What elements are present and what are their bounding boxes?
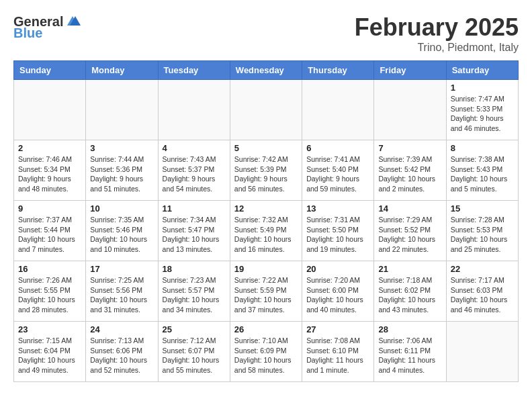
weekday-header-thursday: Thursday (302, 61, 374, 80)
day-info: Sunrise: 7:18 AMSunset: 6:02 PMDaylight:… (378, 275, 441, 315)
day-number: 3 (90, 143, 153, 153)
calendar-cell: 21Sunrise: 7:18 AMSunset: 6:02 PMDayligh… (374, 261, 446, 322)
calendar-cell: 7Sunrise: 7:39 AMSunset: 5:42 PMDaylight… (374, 140, 446, 201)
calendar-cell: 26Sunrise: 7:10 AMSunset: 6:09 PMDayligh… (230, 322, 302, 382)
calendar-cell: 28Sunrise: 7:06 AMSunset: 6:11 PMDayligh… (374, 322, 446, 382)
calendar-cell: 22Sunrise: 7:17 AMSunset: 6:03 PMDayligh… (446, 261, 518, 322)
calendar-cell: 12Sunrise: 7:32 AMSunset: 5:49 PMDayligh… (230, 201, 302, 261)
day-info: Sunrise: 7:17 AMSunset: 6:03 PMDaylight:… (451, 275, 514, 315)
week-row-5: 23Sunrise: 7:15 AMSunset: 6:04 PMDayligh… (14, 322, 519, 382)
day-info: Sunrise: 7:47 AMSunset: 5:33 PMDaylight:… (451, 94, 514, 134)
day-number: 22 (451, 264, 514, 274)
day-number: 25 (163, 324, 226, 334)
calendar-cell: 13Sunrise: 7:31 AMSunset: 5:50 PMDayligh… (302, 201, 374, 261)
calendar-cell: 17Sunrise: 7:25 AMSunset: 5:56 PMDayligh… (86, 261, 158, 322)
day-number: 2 (18, 143, 81, 153)
day-info: Sunrise: 7:42 AMSunset: 5:39 PMDaylight:… (234, 154, 298, 194)
calendar-cell: 3Sunrise: 7:44 AMSunset: 5:36 PMDaylight… (86, 140, 158, 201)
calendar-cell (446, 322, 518, 382)
day-info: Sunrise: 7:22 AMSunset: 5:59 PMDaylight:… (234, 275, 298, 315)
day-number: 23 (18, 324, 81, 334)
calendar-cell: 10Sunrise: 7:35 AMSunset: 5:46 PMDayligh… (86, 201, 158, 261)
calendar-cell: 6Sunrise: 7:41 AMSunset: 5:40 PMDaylight… (302, 140, 374, 201)
weekday-header-friday: Friday (374, 61, 446, 80)
day-info: Sunrise: 7:06 AMSunset: 6:11 PMDaylight:… (378, 336, 441, 375)
day-number: 16 (18, 264, 81, 274)
calendar-cell (14, 80, 86, 140)
day-number: 14 (378, 203, 441, 214)
day-info: Sunrise: 7:31 AMSunset: 5:50 PMDaylight:… (306, 215, 369, 255)
week-row-3: 9Sunrise: 7:37 AMSunset: 5:44 PMDaylight… (14, 201, 519, 261)
day-number: 21 (378, 264, 441, 274)
calendar-cell: 4Sunrise: 7:43 AMSunset: 5:37 PMDaylight… (158, 140, 230, 201)
day-info: Sunrise: 7:10 AMSunset: 6:09 PMDaylight:… (234, 336, 298, 375)
calendar-cell: 14Sunrise: 7:29 AMSunset: 5:52 PMDayligh… (374, 201, 446, 261)
calendar-cell (86, 80, 158, 140)
calendar-cell (230, 80, 302, 140)
location-title: Trino, Piedmont, Italy (355, 42, 519, 54)
calendar-cell (158, 80, 230, 140)
day-number: 4 (163, 143, 226, 153)
calendar-cell: 23Sunrise: 7:15 AMSunset: 6:04 PMDayligh… (14, 322, 86, 382)
weekday-header-saturday: Saturday (446, 61, 518, 80)
day-number: 27 (306, 324, 369, 334)
day-info: Sunrise: 7:41 AMSunset: 5:40 PMDaylight:… (306, 154, 369, 194)
day-number: 1 (451, 83, 514, 93)
weekday-header-sunday: Sunday (14, 61, 86, 80)
day-info: Sunrise: 7:13 AMSunset: 6:06 PMDaylight:… (90, 336, 153, 375)
week-row-4: 16Sunrise: 7:26 AMSunset: 5:55 PMDayligh… (14, 261, 519, 322)
calendar-cell: 5Sunrise: 7:42 AMSunset: 5:39 PMDaylight… (230, 140, 302, 201)
day-info: Sunrise: 7:38 AMSunset: 5:43 PMDaylight:… (451, 154, 514, 194)
calendar-cell: 18Sunrise: 7:23 AMSunset: 5:57 PMDayligh… (158, 261, 230, 322)
day-number: 9 (18, 203, 81, 214)
calendar-cell (302, 80, 374, 140)
logo-blue: Blue (13, 26, 42, 41)
title-section: February 2025 Trino, Piedmont, Italy (355, 13, 519, 54)
weekday-header-wednesday: Wednesday (230, 61, 302, 80)
day-info: Sunrise: 7:15 AMSunset: 6:04 PMDaylight:… (18, 336, 81, 375)
day-info: Sunrise: 7:46 AMSunset: 5:34 PMDaylight:… (18, 154, 81, 194)
day-info: Sunrise: 7:08 AMSunset: 6:10 PMDaylight:… (306, 336, 369, 375)
week-row-1: 1Sunrise: 7:47 AMSunset: 5:33 PMDaylight… (14, 80, 519, 140)
day-info: Sunrise: 7:20 AMSunset: 6:00 PMDaylight:… (306, 275, 369, 315)
calendar-cell: 19Sunrise: 7:22 AMSunset: 5:59 PMDayligh… (230, 261, 302, 322)
day-number: 5 (234, 143, 298, 153)
day-info: Sunrise: 7:43 AMSunset: 5:37 PMDaylight:… (163, 154, 226, 194)
day-number: 8 (451, 143, 514, 153)
day-info: Sunrise: 7:29 AMSunset: 5:52 PMDaylight:… (378, 215, 441, 255)
calendar-cell: 1Sunrise: 7:47 AMSunset: 5:33 PMDaylight… (446, 80, 518, 140)
day-info: Sunrise: 7:12 AMSunset: 6:07 PMDaylight:… (163, 336, 226, 375)
day-number: 7 (378, 143, 441, 153)
day-info: Sunrise: 7:37 AMSunset: 5:44 PMDaylight:… (18, 215, 81, 255)
day-info: Sunrise: 7:28 AMSunset: 5:53 PMDaylight:… (451, 215, 514, 255)
calendar-cell: 25Sunrise: 7:12 AMSunset: 6:07 PMDayligh… (158, 322, 230, 382)
calendar-cell (374, 80, 446, 140)
calendar-table: SundayMondayTuesdayWednesdayThursdayFrid… (13, 60, 519, 382)
day-info: Sunrise: 7:26 AMSunset: 5:55 PMDaylight:… (18, 275, 81, 315)
calendar-cell: 15Sunrise: 7:28 AMSunset: 5:53 PMDayligh… (446, 201, 518, 261)
logo-icon (64, 13, 81, 30)
day-number: 12 (234, 203, 298, 214)
calendar-cell: 27Sunrise: 7:08 AMSunset: 6:10 PMDayligh… (302, 322, 374, 382)
day-number: 11 (163, 203, 226, 214)
day-info: Sunrise: 7:44 AMSunset: 5:36 PMDaylight:… (90, 154, 153, 194)
day-number: 18 (163, 264, 226, 274)
page-header: General Blue February 2025 Trino, Piedmo… (13, 13, 519, 54)
calendar-cell: 11Sunrise: 7:34 AMSunset: 5:47 PMDayligh… (158, 201, 230, 261)
day-info: Sunrise: 7:39 AMSunset: 5:42 PMDaylight:… (378, 154, 441, 194)
day-info: Sunrise: 7:23 AMSunset: 5:57 PMDaylight:… (163, 275, 226, 315)
day-info: Sunrise: 7:34 AMSunset: 5:47 PMDaylight:… (163, 215, 226, 255)
day-number: 24 (90, 324, 153, 334)
day-number: 20 (306, 264, 369, 274)
day-info: Sunrise: 7:25 AMSunset: 5:56 PMDaylight:… (90, 275, 153, 315)
weekday-header-row: SundayMondayTuesdayWednesdayThursdayFrid… (14, 61, 519, 80)
day-number: 13 (306, 203, 369, 214)
day-info: Sunrise: 7:35 AMSunset: 5:46 PMDaylight:… (90, 215, 153, 255)
calendar-cell: 24Sunrise: 7:13 AMSunset: 6:06 PMDayligh… (86, 322, 158, 382)
calendar-cell: 9Sunrise: 7:37 AMSunset: 5:44 PMDaylight… (14, 201, 86, 261)
day-info: Sunrise: 7:32 AMSunset: 5:49 PMDaylight:… (234, 215, 298, 255)
month-title: February 2025 (355, 13, 519, 42)
calendar-cell: 2Sunrise: 7:46 AMSunset: 5:34 PMDaylight… (14, 140, 86, 201)
day-number: 10 (90, 203, 153, 214)
calendar-cell: 20Sunrise: 7:20 AMSunset: 6:00 PMDayligh… (302, 261, 374, 322)
